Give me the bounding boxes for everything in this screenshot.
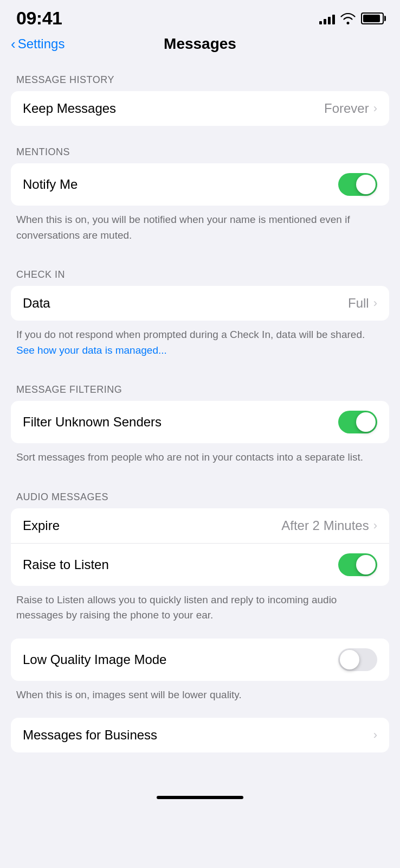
signal-bar-3 xyxy=(328,17,331,24)
keep-messages-value: Forever › xyxy=(324,101,377,116)
section-header-mentions: MENTIONS xyxy=(0,136,400,163)
filter-unknown-senders-toggle[interactable] xyxy=(338,411,377,433)
section-header-message-filtering: MESSAGE FILTERING xyxy=(0,373,400,401)
raise-to-listen-label: Raise to Listen xyxy=(23,557,109,572)
raise-to-listen-toggle[interactable] xyxy=(338,553,377,576)
signal-bar-4 xyxy=(332,15,335,24)
page-title: Messages xyxy=(164,35,236,53)
card-messages-for-business: Messages for Business › xyxy=(11,718,389,752)
keep-messages-chevron-icon: › xyxy=(373,101,377,116)
battery-fill xyxy=(363,15,380,22)
check-in-description: If you do not respond when prompted duri… xyxy=(0,321,400,363)
signal-bars-icon xyxy=(319,12,335,24)
row-messages-for-business[interactable]: Messages for Business › xyxy=(11,718,389,752)
back-chevron-icon: ‹ xyxy=(11,36,16,53)
row-keep-messages[interactable]: Keep Messages Forever › xyxy=(11,91,389,126)
row-raise-to-listen: Raise to Listen xyxy=(11,543,389,586)
card-check-in: Data Full › xyxy=(11,286,389,321)
row-notify-me: Notify Me xyxy=(11,163,389,206)
raise-to-listen-toggle-knob xyxy=(356,555,376,575)
section-header-message-history: MESSAGE HISTORY xyxy=(0,63,400,91)
filter-unknown-senders-description: Sort messages from people who are not in… xyxy=(0,443,400,471)
nav-bar: ‹ Settings Messages xyxy=(0,33,400,61)
home-bar xyxy=(157,796,243,799)
expire-value: After 2 Minutes › xyxy=(281,518,377,533)
keep-messages-value-text: Forever xyxy=(324,101,369,116)
row-low-quality-image-mode: Low Quality Image Mode xyxy=(11,639,389,681)
expire-label: Expire xyxy=(23,518,60,533)
row-data[interactable]: Data Full › xyxy=(11,286,389,321)
messages-for-business-label: Messages for Business xyxy=(23,727,157,743)
low-quality-image-mode-toggle[interactable] xyxy=(338,648,377,671)
back-button[interactable]: ‹ Settings xyxy=(11,36,64,53)
low-quality-image-mode-label: Low Quality Image Mode xyxy=(23,652,166,667)
filter-unknown-senders-toggle-knob xyxy=(356,412,376,432)
wifi-icon xyxy=(340,12,356,24)
section-header-check-in: CHECK IN xyxy=(0,258,400,286)
expire-chevron-icon: › xyxy=(373,519,377,533)
messages-for-business-chevron-icon: › xyxy=(373,728,377,742)
check-in-link[interactable]: See how your data is managed... xyxy=(16,344,167,356)
data-label: Data xyxy=(23,296,50,311)
signal-bar-2 xyxy=(324,19,326,24)
card-audio-messages: Expire After 2 Minutes › Raise to Listen xyxy=(11,508,389,586)
status-time: 09:41 xyxy=(16,8,62,29)
notify-me-toggle[interactable] xyxy=(338,173,377,196)
status-icons xyxy=(319,12,384,24)
home-indicator xyxy=(0,785,400,808)
back-label: Settings xyxy=(18,36,65,52)
data-value: Full › xyxy=(348,296,377,311)
status-bar: 09:41 xyxy=(0,0,400,33)
row-filter-unknown-senders: Filter Unknown Senders xyxy=(11,401,389,443)
signal-bar-1 xyxy=(319,21,322,24)
section-header-audio-messages: AUDIO MESSAGES xyxy=(0,481,400,508)
messages-for-business-value: › xyxy=(373,728,377,742)
notify-me-label: Notify Me xyxy=(23,177,78,192)
battery-icon xyxy=(361,12,384,24)
data-value-text: Full xyxy=(348,296,369,311)
card-message-history: Keep Messages Forever › xyxy=(11,91,389,126)
keep-messages-label: Keep Messages xyxy=(23,101,116,116)
card-low-quality-image-mode: Low Quality Image Mode xyxy=(11,639,389,681)
notify-me-toggle-knob xyxy=(356,175,376,194)
card-message-filtering: Filter Unknown Senders xyxy=(11,401,389,443)
data-chevron-icon: › xyxy=(373,296,377,310)
row-expire[interactable]: Expire After 2 Minutes › xyxy=(11,508,389,543)
notify-me-description: When this is on, you will be notified wh… xyxy=(0,206,400,248)
card-mentions: Notify Me xyxy=(11,163,389,206)
expire-value-text: After 2 Minutes xyxy=(281,518,369,533)
low-quality-image-mode-toggle-knob xyxy=(340,650,359,669)
filter-unknown-senders-label: Filter Unknown Senders xyxy=(23,414,162,430)
low-quality-image-mode-description: When this is on, images sent will be low… xyxy=(0,681,400,709)
raise-to-listen-description: Raise to Listen allows you to quickly li… xyxy=(0,586,400,629)
page-content: MESSAGE HISTORY Keep Messages Forever › … xyxy=(0,61,400,785)
